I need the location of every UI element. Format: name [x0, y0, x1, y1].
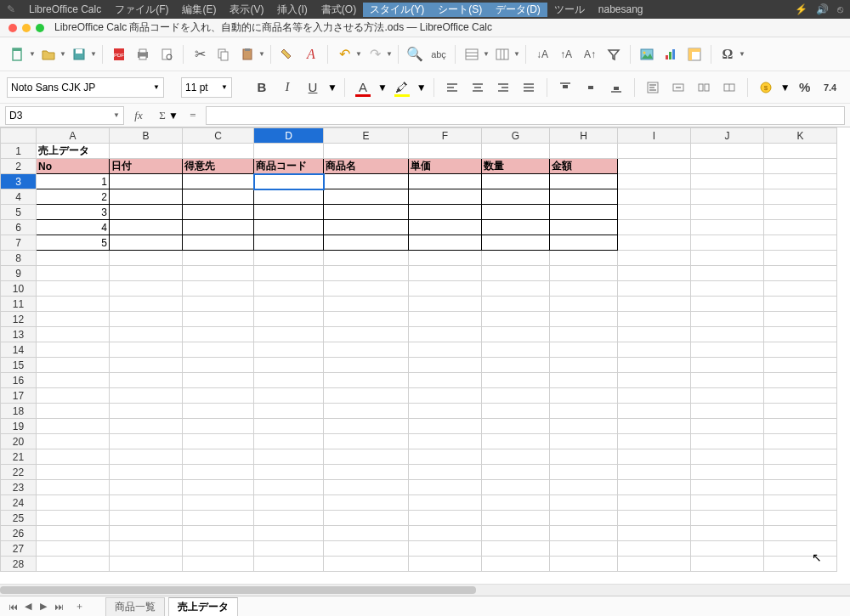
select-all-corner[interactable] [1, 128, 37, 144]
cell-I5[interactable] [618, 205, 691, 220]
sort-button[interactable]: A↑ [579, 43, 601, 65]
cell-H24[interactable] [550, 495, 618, 511]
cell-E18[interactable] [324, 404, 409, 419]
cell-A27[interactable] [37, 541, 110, 557]
cell-B13[interactable] [110, 327, 183, 342]
cell-H7[interactable] [550, 235, 618, 251]
cell-C1[interactable] [183, 144, 254, 159]
cell-A22[interactable] [37, 465, 110, 480]
cell-B4[interactable] [110, 189, 183, 205]
cell-F26[interactable] [409, 526, 482, 541]
menu-view[interactable]: 表示(V) [223, 3, 270, 17]
cell-I17[interactable] [618, 388, 691, 404]
cell-H18[interactable] [550, 404, 618, 419]
cell-I26[interactable] [618, 526, 691, 541]
cell-I12[interactable] [618, 312, 691, 327]
cell-E17[interactable] [324, 388, 409, 404]
cell-D5[interactable] [254, 205, 324, 220]
cell-I20[interactable] [618, 434, 691, 449]
cell-J13[interactable] [691, 327, 764, 342]
row-header-2[interactable]: 2 [1, 159, 37, 174]
cell-H28[interactable] [550, 557, 618, 572]
cell-K21[interactable] [764, 449, 837, 465]
cell-D15[interactable] [254, 358, 324, 373]
cell-B16[interactable] [110, 373, 183, 388]
cell-E9[interactable] [324, 266, 409, 281]
cell-D6[interactable] [254, 220, 324, 235]
cell-C28[interactable] [183, 557, 254, 572]
cell-A9[interactable] [37, 266, 110, 281]
cell-I22[interactable] [618, 465, 691, 480]
cell-C22[interactable] [183, 465, 254, 480]
cell-J21[interactable] [691, 449, 764, 465]
cell-A6[interactable]: 4 [37, 220, 110, 235]
col-header-I[interactable]: I [618, 128, 691, 144]
highlight-button[interactable]: 🖍 [391, 76, 413, 99]
cell-K16[interactable] [764, 373, 837, 388]
row-header-4[interactable]: 4 [1, 189, 37, 205]
cell-K11[interactable] [764, 297, 837, 312]
cell-G13[interactable] [482, 327, 550, 342]
cell-F21[interactable] [409, 449, 482, 465]
cell-B27[interactable] [110, 541, 183, 557]
cell-G8[interactable] [482, 251, 550, 266]
cell-C24[interactable] [183, 495, 254, 511]
cell-H15[interactable] [550, 358, 618, 373]
cell-I3[interactable] [618, 174, 691, 189]
open-button[interactable] [37, 43, 60, 65]
cell-E6[interactable] [324, 220, 409, 235]
col-header-C[interactable]: C [183, 128, 254, 144]
cell-D24[interactable] [254, 495, 324, 511]
cell-C5[interactable] [183, 205, 254, 220]
tab-nav-last[interactable]: ⏭ [51, 602, 66, 612]
cell-D7[interactable] [254, 235, 324, 251]
cell-B11[interactable] [110, 297, 183, 312]
col-header-A[interactable]: A [37, 128, 110, 144]
row-button[interactable] [461, 43, 483, 65]
cell-D18[interactable] [254, 404, 324, 419]
minimize-window-button[interactable] [22, 24, 31, 32]
cell-B3[interactable] [110, 174, 183, 189]
cell-A24[interactable] [37, 495, 110, 511]
cell-H27[interactable] [550, 541, 618, 557]
cell-A10[interactable] [37, 281, 110, 297]
font-color-button[interactable]: A [352, 76, 374, 99]
maximize-window-button[interactable] [36, 24, 44, 32]
col-header-J[interactable]: J [691, 128, 764, 144]
cell-A23[interactable] [37, 480, 110, 495]
cell-D23[interactable] [254, 480, 324, 495]
row-header-15[interactable]: 15 [1, 358, 37, 373]
cell-D16[interactable] [254, 373, 324, 388]
undo-button[interactable]: ↶ [333, 43, 355, 65]
cell-H14[interactable] [550, 342, 618, 358]
cell-E7[interactable] [324, 235, 409, 251]
row-header-17[interactable]: 17 [1, 388, 37, 404]
cell-G28[interactable] [482, 557, 550, 572]
cell-E27[interactable] [324, 541, 409, 557]
cell-I27[interactable] [618, 541, 691, 557]
cell-C17[interactable] [183, 388, 254, 404]
menu-edit[interactable]: 編集(E) [175, 3, 223, 17]
cell-F25[interactable] [409, 511, 482, 526]
cell-G2[interactable]: 数量 [482, 159, 550, 174]
sum-dropdown[interactable]: ▼ [168, 110, 178, 122]
cell-A16[interactable] [37, 373, 110, 388]
cell-K20[interactable] [764, 434, 837, 449]
save-button[interactable] [68, 43, 90, 65]
cell-A5[interactable]: 3 [37, 205, 110, 220]
cell-I2[interactable] [618, 159, 691, 174]
cell-G21[interactable] [482, 449, 550, 465]
col-header-D[interactable]: D [254, 128, 324, 144]
cell-B24[interactable] [110, 495, 183, 511]
cell-A2[interactable]: No [37, 159, 110, 174]
cell-C12[interactable] [183, 312, 254, 327]
cell-I21[interactable] [618, 449, 691, 465]
function-wizard-button[interactable]: fx [129, 106, 148, 125]
cell-H12[interactable] [550, 312, 618, 327]
cell-I25[interactable] [618, 511, 691, 526]
save-dropdown[interactable]: ▼ [90, 50, 97, 58]
cell-F10[interactable] [409, 281, 482, 297]
cell-H16[interactable] [550, 373, 618, 388]
cell-C25[interactable] [183, 511, 254, 526]
cell-F22[interactable] [409, 465, 482, 480]
